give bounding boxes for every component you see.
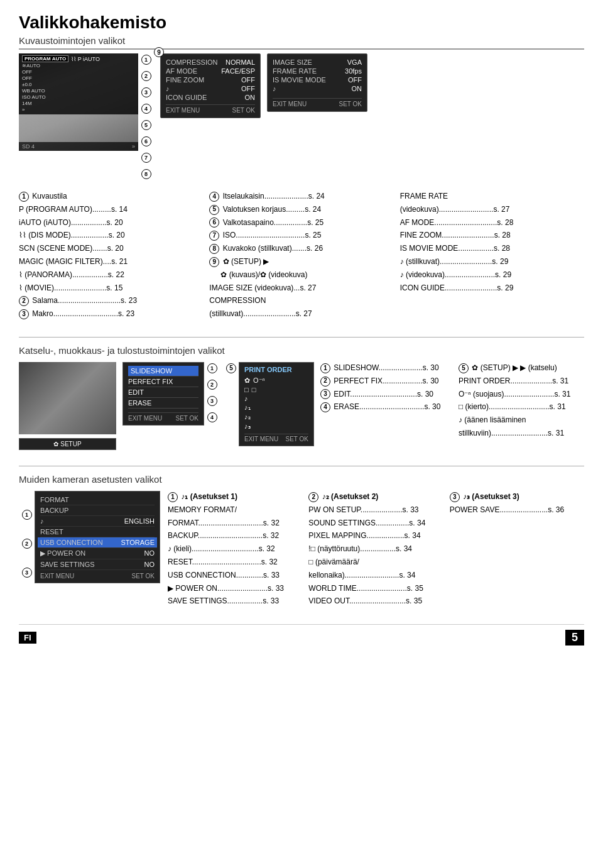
info-k3-7: ♪ (videokuva)........................s. … bbox=[400, 269, 584, 282]
fr-label: FRAME RATE bbox=[273, 67, 317, 75]
set-print: SET OK bbox=[286, 436, 309, 442]
info-k1-3: iAUTO (iAUTO).................s. 20 bbox=[19, 217, 203, 229]
is-footer: EXIT MENU SET OK bbox=[273, 98, 362, 107]
aset-col1-4: ♪ (kieli)...............................… bbox=[168, 543, 302, 556]
katselu-menu-footer: EXIT MENU SET OK bbox=[128, 412, 198, 422]
usb-val: STORAGE bbox=[121, 539, 155, 546]
info-k1-10: 3 Makro...............................s.… bbox=[19, 308, 203, 321]
print-num: 5 bbox=[226, 363, 236, 373]
power-val: NO bbox=[144, 549, 155, 558]
katselu-rule bbox=[19, 337, 584, 338]
imagesize-panel: IMAGE SIZE VGA FRAME RATE 30fps IS MOVIE… bbox=[267, 53, 367, 112]
kats-info-7: O⁻ⁿ (suojaus)........................s. … bbox=[459, 388, 584, 401]
kuvaus-panels: 9 COMPRESSION NORMAL AF MODE FACE/ESP FI… bbox=[160, 53, 367, 118]
exit-katselu: EXIT MENU bbox=[128, 415, 162, 422]
fz-label: FINE ZOOM bbox=[166, 76, 204, 84]
info-k3-1: FRAME RATE bbox=[400, 190, 584, 203]
info-k1-1: 1 Kuvaustila bbox=[19, 190, 203, 203]
aset-col2-5: □ (päivämäärä/ bbox=[308, 556, 443, 569]
mic1-value: OFF bbox=[241, 85, 255, 92]
is-row1: IMAGE SIZE VGA bbox=[273, 58, 362, 67]
aset-col1-3: BACKUP...............................s. … bbox=[168, 530, 302, 542]
katselu-section-title: Katselu-, muokkaus- ja tulostustoimintoj… bbox=[19, 345, 584, 356]
setup-label: ✿ SETUP bbox=[19, 438, 116, 450]
asetukset-section: Muiden kameran asetusten valikot 1 2 3 F… bbox=[19, 466, 584, 608]
page-title-section: Valikkohakemisto bbox=[19, 13, 584, 33]
asetukset-col3: 3 ♪₃ (Asetukset 3) POWER SAVE...........… bbox=[450, 491, 584, 608]
format-label: FORMAT bbox=[40, 496, 69, 503]
info-k2-4: 7 ISO.................................s.… bbox=[209, 229, 393, 242]
fr-value: 30fps bbox=[345, 67, 362, 75]
print-row5: ♪₂ bbox=[244, 412, 308, 422]
kats-info-1: 1 SLIDESHOW.....................s. 30 bbox=[320, 362, 446, 375]
set-label1: SET OK bbox=[232, 107, 256, 114]
set-row-lang: ♪ ENGLISH bbox=[40, 516, 155, 527]
aset-col3-hdr: 3 ♪₃ (Asetukset 3) bbox=[450, 491, 584, 503]
kn-4: 4 bbox=[207, 412, 217, 422]
info-k1-6: MAGIC (MAGIC FILTER)....s. 21 bbox=[19, 256, 203, 268]
aset-col1-8: SAVE SETTINGS.................s. 33 bbox=[168, 595, 302, 608]
set-katselu: SET OK bbox=[176, 415, 199, 422]
kn-3: 3 bbox=[207, 396, 217, 406]
aset-col1-2: FORMAT...............................s. … bbox=[168, 517, 302, 530]
sn-1: 1 bbox=[22, 510, 32, 520]
reset-label: RESET bbox=[40, 528, 63, 536]
save-label: SAVE SETTINGS bbox=[40, 561, 95, 568]
aset-col1-1: MEMORY FORMAT/ bbox=[168, 504, 302, 517]
info-k2-7: ✿ (kuvaus)/✿ (videokuva) bbox=[209, 269, 393, 282]
usb-label: USB CONNECTION bbox=[40, 539, 103, 546]
asetukset-info: 1 ♪₁ (Asetukset 1) MEMORY FORMAT/ FORMAT… bbox=[168, 491, 584, 608]
info-k2-8: IMAGE SIZE (videokuva)...s. 27 bbox=[209, 282, 393, 295]
prog-icons: ⌇⌇ P iAUTO bbox=[71, 56, 100, 62]
katselu-col2: 5 ✿ (SETUP) ▶ ▶ (katselu) PRINT ORDER...… bbox=[459, 362, 584, 441]
info-k2-6: 9 ✿ (SETUP) ▶ bbox=[209, 256, 393, 268]
info-k1-2: P (PROGRAM AUTO).........s. 14 bbox=[19, 204, 203, 216]
asetukset-section-title: Muiden kameran asetusten valikot bbox=[19, 474, 584, 485]
set-row-format: FORMAT bbox=[40, 495, 155, 505]
menu-edit: EDIT bbox=[128, 387, 198, 398]
print-icon1b: O⁻ⁿ bbox=[253, 376, 265, 385]
print-icon4: ♪₁ bbox=[244, 404, 251, 412]
num-7: 7 bbox=[141, 153, 151, 163]
info-k1-5: SCN (SCENE MODE).......s. 20 bbox=[19, 243, 203, 255]
print-row3: ♪ bbox=[244, 394, 308, 403]
lang-label: ♪ bbox=[40, 517, 44, 525]
print-icon2: □ bbox=[244, 386, 249, 393]
panel1-num: 9 bbox=[154, 47, 164, 57]
kuvaus-col3: FRAME RATE (videokuva)..................… bbox=[400, 190, 584, 321]
kn-1: 1 bbox=[207, 363, 217, 373]
aset-col2-1: PW ON SETUP....................s. 33 bbox=[308, 504, 443, 517]
kats-info-6: PRINT ORDER....................s. 31 bbox=[459, 375, 584, 388]
aset-col2-3: PIXEL MAPPING..................s. 34 bbox=[308, 530, 443, 542]
mic2-value: ON bbox=[352, 85, 362, 92]
info-k1-8: ⌇ (MOVIE).........................s. 15 bbox=[19, 282, 203, 295]
kats-info-4: 4 ERASE...............................s.… bbox=[320, 401, 446, 414]
print-icon2b: □ bbox=[252, 386, 256, 393]
set-row-power: ▶ POWER ON NO bbox=[40, 548, 155, 559]
info-k3-8: ICON GUIDE.........................s. 29 bbox=[400, 282, 584, 295]
aset-col1-hdr: 1 ♪₁ (Asetukset 1) bbox=[168, 491, 302, 503]
info-k2-1: 4 Itselaukaisin.....................s. 2… bbox=[209, 190, 393, 203]
exit-print: EXIT MENU bbox=[244, 436, 278, 442]
print-footer: EXIT MENU SET OK bbox=[244, 434, 308, 442]
page-number: 5 bbox=[565, 630, 584, 646]
kn-2: 2 bbox=[207, 380, 217, 390]
katselu-image-area: ✿ SETUP bbox=[19, 362, 116, 450]
print-row6: ♪₃ bbox=[244, 422, 308, 431]
kuvaus-section: Kuvaustoimintojen valikot PROGRAM AUTO ⌇… bbox=[19, 35, 584, 321]
aset-col3-1: POWER SAVE.......................s. 36 bbox=[450, 504, 584, 517]
num-1: 1 bbox=[141, 55, 151, 65]
cam-mode-items: ≋AUTO OFF OFF ±0.0 WB AUTO ISO AUTO 14M … bbox=[22, 63, 135, 113]
is-row3: IS MOVIE MODE OFF bbox=[273, 75, 362, 84]
icon-label: ICON GUIDE bbox=[166, 94, 207, 101]
comp-row5: ICON GUIDE ON bbox=[166, 93, 255, 102]
is-row6 bbox=[273, 94, 362, 96]
set-label2: SET OK bbox=[339, 101, 362, 107]
sn-3: 3 bbox=[22, 568, 32, 578]
info-k1-9: 2 Salama..............................s.… bbox=[19, 295, 203, 307]
kats-info-9: ♪ (äänen lisääminen bbox=[459, 414, 584, 427]
compression-panel: COMPRESSION NORMAL AF MODE FACE/ESP FINE… bbox=[160, 53, 261, 118]
cam-bottom: SD 4 » bbox=[19, 142, 138, 151]
exit-label2: EXIT MENU bbox=[273, 101, 307, 107]
is-row2: FRAME RATE 30fps bbox=[273, 67, 362, 75]
